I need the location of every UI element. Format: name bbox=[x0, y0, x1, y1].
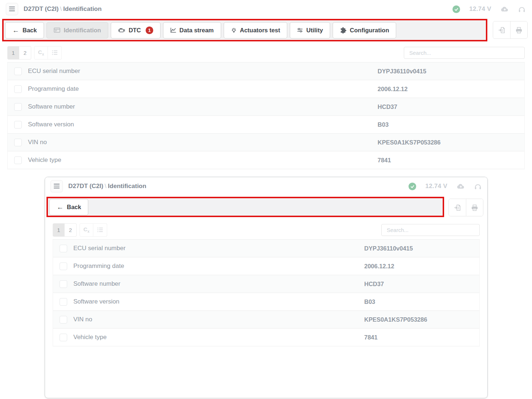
main-content: 1 2 Cx ECU serial numberDYPJ36110v0415 P… bbox=[0, 46, 532, 169]
row-checkbox[interactable] bbox=[14, 139, 22, 146]
row-checkbox[interactable] bbox=[14, 156, 22, 164]
table-row: Software numberHCD37 bbox=[53, 275, 479, 293]
table-row: VIN noKPES0A1KS7P053286 bbox=[8, 134, 524, 151]
identification-label: Identification bbox=[64, 27, 101, 34]
back-label: Back bbox=[67, 204, 81, 211]
dtc-button[interactable]: DTC 1 bbox=[111, 22, 161, 38]
clear-values-button[interactable]: Cx bbox=[34, 46, 48, 60]
search-input[interactable] bbox=[381, 224, 480, 236]
list-icon bbox=[52, 50, 58, 55]
configuration-button[interactable]: Configuration bbox=[333, 22, 396, 38]
clear-values-button[interactable]: Cx bbox=[80, 223, 93, 237]
page-2-button[interactable]: 2 bbox=[65, 223, 77, 237]
export-report-button[interactable] bbox=[493, 21, 510, 38]
bulb-icon bbox=[231, 28, 237, 33]
printer-icon bbox=[471, 204, 478, 211]
row-label: Software number bbox=[73, 280, 120, 288]
inset-toolbar-region: ← Back bbox=[45, 195, 487, 219]
toolbar-region: ← Back Identification DTC 1 Data stream … bbox=[0, 18, 532, 44]
chart-icon bbox=[170, 28, 176, 33]
row-label: Vehicle type bbox=[28, 156, 61, 164]
data-stream-button[interactable]: Data stream bbox=[163, 22, 221, 38]
app-header: D27DT (C2I)\Identification 12.74 V bbox=[0, 0, 532, 18]
toolbar-right-group bbox=[448, 199, 483, 216]
row-checkbox[interactable] bbox=[60, 245, 67, 252]
list-controls: 1 2 Cx bbox=[53, 223, 480, 237]
utility-label: Utility bbox=[306, 27, 323, 34]
print-button[interactable] bbox=[510, 21, 527, 38]
headset-icon[interactable] bbox=[518, 6, 525, 12]
identification-icon bbox=[54, 28, 60, 33]
toolbar-right-group bbox=[493, 21, 528, 39]
hamburger-icon bbox=[54, 184, 60, 189]
header-status-area: 12.74 V bbox=[452, 5, 525, 13]
breadcrumb-device: D27DT (C2I) bbox=[24, 5, 58, 12]
row-value: DYPJ36110v0415 bbox=[378, 68, 426, 75]
table-row: Software versionB03 bbox=[8, 116, 524, 134]
back-button[interactable]: ← Back bbox=[5, 22, 44, 38]
table-row: VIN noKPES0A1KS7P053286 bbox=[53, 311, 479, 329]
back-label: Back bbox=[23, 27, 37, 34]
hamburger-menu-button[interactable] bbox=[50, 180, 63, 192]
row-value: HCD37 bbox=[378, 103, 397, 110]
list-view-button[interactable] bbox=[48, 46, 62, 60]
actuators-test-button[interactable]: Actuators test bbox=[224, 22, 288, 38]
identification-table: ECU serial numberDYPJ36110v0415 Programm… bbox=[53, 239, 480, 346]
battery-voltage: 12.74 V bbox=[469, 5, 491, 13]
row-value: B03 bbox=[364, 298, 375, 305]
annotation-box-back-toolbar: ← Back bbox=[46, 197, 444, 217]
pagination-group: 1 2 bbox=[53, 223, 77, 237]
list-icon bbox=[97, 227, 103, 232]
row-checkbox[interactable] bbox=[60, 262, 67, 270]
configuration-label: Configuration bbox=[350, 27, 389, 34]
row-label: ECU serial number bbox=[73, 245, 126, 252]
clear-icon: Cx bbox=[38, 49, 44, 56]
engine-icon bbox=[118, 28, 125, 33]
dtc-label: DTC bbox=[129, 27, 141, 34]
inset-content: 1 2 Cx ECU serial numberDYPJ36110v0415 P… bbox=[45, 223, 487, 346]
export-report-button[interactable] bbox=[449, 199, 466, 216]
row-value: HCD37 bbox=[364, 281, 384, 288]
cloud-download-icon[interactable] bbox=[456, 183, 465, 190]
search-input[interactable] bbox=[404, 47, 525, 59]
print-button[interactable] bbox=[466, 199, 483, 216]
back-button[interactable]: ← Back bbox=[49, 199, 88, 215]
list-controls: 1 2 Cx bbox=[7, 46, 525, 60]
row-checkbox[interactable] bbox=[60, 280, 67, 288]
row-value: KPES0A1KS7P053286 bbox=[378, 139, 440, 146]
cloud-download-icon[interactable] bbox=[500, 6, 509, 12]
identification-table: ECU serial numberDYPJ36110v0415 Programm… bbox=[7, 62, 525, 169]
breadcrumb-section: Identification bbox=[63, 5, 102, 12]
table-row: ECU serial numberDYPJ36110v0415 bbox=[53, 240, 479, 257]
page-1-button[interactable]: 1 bbox=[7, 46, 19, 60]
list-view-button[interactable] bbox=[93, 223, 107, 237]
row-label: VIN no bbox=[73, 316, 92, 323]
table-row: Programming date2006.12.12 bbox=[53, 257, 479, 275]
row-value: B03 bbox=[378, 121, 389, 128]
utility-button[interactable]: Utility bbox=[290, 22, 330, 38]
row-checkbox[interactable] bbox=[14, 68, 22, 75]
row-label: Programming date bbox=[28, 85, 79, 93]
row-checkbox[interactable] bbox=[14, 85, 22, 93]
row-checkbox[interactable] bbox=[14, 103, 22, 111]
page-1-button[interactable]: 1 bbox=[53, 223, 65, 237]
breadcrumb-separator: \ bbox=[103, 183, 108, 190]
row-value: KPES0A1KS7P053286 bbox=[364, 316, 427, 323]
view-tools-group: Cx bbox=[34, 46, 62, 60]
sliders-icon bbox=[297, 28, 303, 33]
table-row: Vehicle type7841 bbox=[8, 151, 524, 169]
view-tools-group: Cx bbox=[80, 223, 107, 237]
row-checkbox[interactable] bbox=[60, 298, 67, 306]
row-checkbox[interactable] bbox=[60, 334, 67, 341]
table-row: Software numberHCD37 bbox=[8, 98, 524, 116]
hamburger-icon bbox=[9, 7, 15, 12]
hamburger-menu-button[interactable] bbox=[6, 3, 18, 15]
row-value: 2006.12.12 bbox=[378, 86, 408, 93]
headset-icon[interactable] bbox=[474, 183, 482, 190]
page-2-button[interactable]: 2 bbox=[19, 46, 31, 60]
dtc-count-badge: 1 bbox=[146, 27, 153, 34]
row-checkbox[interactable] bbox=[60, 316, 67, 323]
row-value: 7841 bbox=[364, 334, 378, 341]
row-checkbox[interactable] bbox=[14, 121, 22, 129]
row-value: DYPJ36110v0415 bbox=[364, 245, 413, 252]
